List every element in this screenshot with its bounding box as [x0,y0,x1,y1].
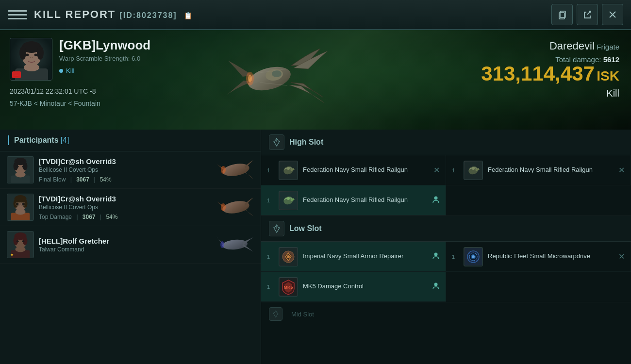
isk-unit: ISK [597,68,619,83]
equip-icon [279,161,298,180]
participant-name: [TVDI]Cr@sh Overrid3 [39,195,210,203]
equip-icon [464,247,483,266]
equip-icon [464,161,483,180]
equip-name: Federation Navy Small Rifled Railgun [303,196,427,204]
isk-line: 313,114,437 ISK [481,64,619,84]
equip-remove-button[interactable]: ✕ [618,252,625,261]
svg-text:—: — [15,73,18,78]
equipment-panel: High Slot 1 Federation Na [261,130,631,364]
equip-quantity: 1 [267,167,274,173]
equip-name: Imperial Navy Small Armor Repairer [303,252,427,261]
equip-remove-button[interactable]: ✕ [618,165,625,175]
participants-header: Participants [4] [0,130,261,151]
equip-quantity: 1 [267,254,274,260]
svg-point-30 [15,172,25,178]
svg-point-42 [17,203,19,205]
hero-left: — [GKB]Lynwood Warp Scramble Strength: 6… [0,30,204,130]
participant-stats: Top Damage | 3067 | 54% [39,214,210,220]
svg-point-11 [24,64,39,71]
stat-label: Final Blow [39,176,66,183]
equip-pilot-button[interactable] [432,282,440,292]
participant-avatar [7,156,34,183]
kill-badge: Kill [59,67,74,74]
participant-info: [HELL]Rolf Gretcher Talwar Command [39,237,210,253]
svg-point-46 [221,199,250,215]
svg-point-56 [22,240,24,242]
low-slot-grid: 1 Imperial Navy Small Armor Repairer [261,242,631,302]
kill-location: 57-KJB < Minotaur < Fountain [10,98,194,110]
pilot-avatar: — [10,38,52,81]
more-slots-icon [269,307,282,321]
participant-row[interactable]: [HELL]Rolf Gretcher Talwar Command [0,226,261,264]
high-slot-grid: 1 Federation Navy Small Rifled Railgun ✕ [261,155,631,215]
equip-name: Federation Navy Small Rifled Railgun [488,165,614,174]
equip-quantity: 1 [267,284,274,290]
damage-value: 5612 [603,55,619,64]
svg-point-34 [221,166,226,174]
pilot-info: [GKB]Lynwood Warp Scramble Strength: 6.0… [59,38,194,75]
participant-ship: Talwar Command [39,246,210,253]
equip-pilot-button[interactable] [432,196,440,205]
equip-item[interactable]: 1 Federation Navy Small Rifled Railgun ✕ [261,155,446,185]
participant-row[interactable]: [TVDI]Cr@sh Overrid3 Bellicose II Covert… [0,189,261,226]
equip-item-highlighted[interactable]: 1 MK5 MK5 Damage Control [261,272,446,302]
participant-name: [HELL]Rolf Gretcher [39,237,210,245]
svg-point-54 [15,247,25,252]
equip-name: Republic Fleet Small Microwarpdrive [488,252,614,261]
svg-point-79 [434,252,438,256]
header-bar [8,135,9,145]
low-slot-title: Low Slot [289,224,322,233]
hero-right: Daredevil Frigate Total damage: 5612 313… [481,40,619,99]
close-button[interactable] [602,4,623,25]
kill-report-title: KILL REPORT [34,8,116,20]
warp-scramble: Warp Scramble Strength: 6.0 [59,55,194,62]
equip-name: Federation Navy Small Rifled Railgun [303,165,429,174]
equip-item[interactable]: 1 Republic Fleet Small [446,242,631,272]
high-slot-title: High Slot [289,138,323,147]
equip-item-highlighted[interactable]: 1 Imperial Navy Small Armor Repairer [261,242,446,272]
equip-quantity: 1 [267,198,274,203]
participant-row[interactable]: [TVDI]Cr@sh Overrid3 Bellicose II Covert… [0,151,261,189]
stat-damage: 3067 [76,176,89,183]
copy-button[interactable] [551,4,573,25]
equip-pilot-button[interactable] [432,252,440,262]
svg-point-9 [37,46,44,60]
ship-name: Daredevil [549,40,595,52]
svg-point-78 [287,255,290,258]
low-slot-header: Low Slot [261,216,631,242]
high-slot-icon [269,134,284,150]
kill-dot [59,69,63,73]
export-button[interactable] [577,4,598,25]
menu-icon[interactable] [8,5,27,24]
isk-value: 313,114,437 [481,62,595,85]
svg-point-33 [221,162,250,178]
svg-point-32 [22,165,24,167]
stat-percent: 54% [106,214,117,220]
svg-point-31 [17,165,19,167]
svg-point-13 [34,54,38,56]
svg-point-67 [472,167,475,170]
stat-percent: 54% [100,176,112,183]
equip-remove-button[interactable]: ✕ [433,165,440,175]
svg-point-58 [222,239,248,250]
participant-avatar [7,231,34,258]
svg-point-84 [472,255,475,258]
participant-name: [TVDI]Cr@sh Overrid3 [39,157,210,165]
participant-ship-icon [215,157,254,183]
svg-point-88 [434,282,438,286]
equip-icon: MK5 [279,277,298,297]
equip-item[interactable]: 1 Federation Navy Small Rifled Railgun ✕ [446,155,631,185]
participant-ship-icon [215,232,254,258]
participant-stats: Final Blow | 3067 | 54% [39,176,210,183]
participant-ship-icon [215,194,254,221]
participants-panel: Participants [4] [TVDI]Cr@sh Ove [0,130,261,364]
equip-quantity: 1 [452,167,459,173]
svg-point-47 [221,203,226,211]
svg-point-41 [15,209,25,215]
svg-point-19 [272,70,282,77]
equip-item-highlighted[interactable]: 1 Federation Navy Small Rifled Railgun [261,185,446,215]
svg-point-59 [220,241,224,248]
svg-point-8 [19,46,26,60]
participant-info: [TVDI]Cr@sh Overrid3 Bellicose II Covert… [39,157,210,183]
equip-icon [279,191,298,210]
